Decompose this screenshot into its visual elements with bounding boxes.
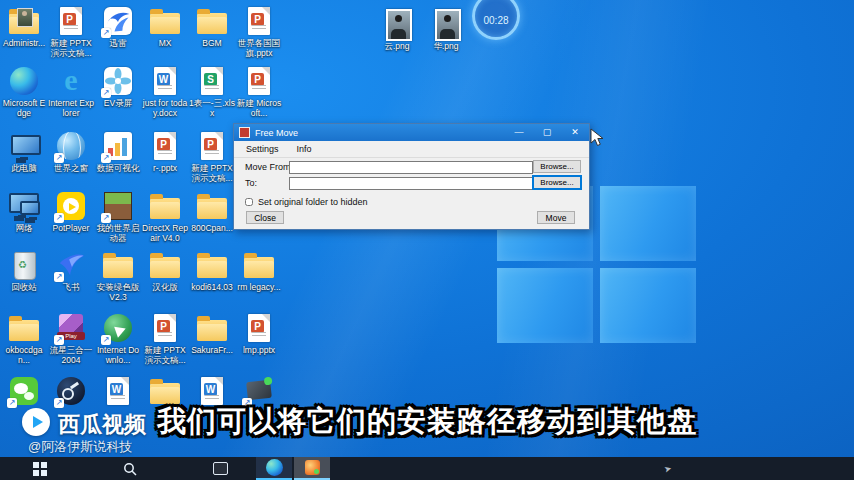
- edge-icon: [266, 459, 283, 476]
- desktop-icon-pptx[interactable]: Plmp.pptx: [236, 312, 282, 356]
- desktop-icon-ie[interactable]: eInternet Explorer: [48, 65, 94, 119]
- desktop-icon-ev[interactable]: ↗EV录屏: [95, 65, 141, 109]
- desktop-icon-game-cube[interactable]: ↗流星三合一2004: [48, 312, 94, 366]
- desktop-icon-label: 800Cpan...: [189, 224, 235, 234]
- desktop-icon-label: okbocdgan...: [1, 346, 47, 366]
- desktop-icon-docx[interactable]: Wjust for today.docx: [142, 65, 188, 119]
- start-button[interactable]: [24, 457, 56, 480]
- globe-icon: ↗: [55, 130, 87, 162]
- desktop-icon-folder[interactable]: DirectX Repair V4.0: [142, 190, 188, 244]
- desktop-icon-label: PotPlayer: [48, 224, 94, 234]
- desktop-icon-label: 此电脑: [1, 164, 47, 174]
- desktop-icon-pptx[interactable]: Pr-.pptx: [142, 130, 188, 174]
- pptx-icon: P: [149, 130, 181, 162]
- desktop-icon-folder[interactable]: 安装绿色版 V2.3: [95, 249, 141, 303]
- desktop-icon-folder[interactable]: okbocdgan...: [1, 312, 47, 366]
- shortcut-arrow-icon: ↗: [54, 213, 64, 223]
- hidden-folder-checkbox[interactable]: [245, 198, 253, 206]
- desktop-icon-pptx[interactable]: P新建 PPTX 演示文稿...: [48, 5, 94, 59]
- desktop-icon-network[interactable]: 网络: [1, 190, 47, 234]
- desktop-icon-image[interactable]: 华.png: [423, 8, 469, 52]
- desktop-icon-idm[interactable]: ↗Internet Downlo...: [95, 312, 141, 366]
- desktop-icon-globe[interactable]: ↗世界之窗: [48, 130, 94, 174]
- menu-info[interactable]: Info: [297, 144, 312, 154]
- desktop-icon-label: 华.png: [423, 42, 469, 52]
- image-icon: [430, 8, 462, 40]
- chart-box-icon: ↗: [102, 130, 134, 162]
- taskbar-active-app-button[interactable]: [294, 457, 330, 480]
- xigua-video-logo-icon: [22, 408, 50, 436]
- folder-icon: [196, 190, 228, 222]
- move-from-browse-button[interactable]: Browse...: [533, 160, 581, 173]
- desktop-icon-folder[interactable]: SakuraFr...: [189, 312, 235, 356]
- menu-settings[interactable]: Settings: [246, 144, 279, 154]
- desktop-icon-folder[interactable]: 800Cpan...: [189, 190, 235, 234]
- desktop-icon-label: Microsoft Edge: [1, 99, 47, 119]
- to-browse-button[interactable]: Browse...: [533, 176, 581, 189]
- desktop-icon-folder[interactable]: BGM: [189, 5, 235, 49]
- hidden-icons-chevron[interactable]: ➤: [663, 463, 673, 475]
- desktop-icon-user-folder[interactable]: Administr...: [1, 5, 47, 49]
- desktop-icon-label: just for today.docx: [142, 99, 188, 119]
- desktop-icon-pptx[interactable]: P世界各国国旗.pptx: [236, 5, 282, 59]
- window-title: Free Move: [255, 128, 298, 138]
- close-button[interactable]: Close: [246, 211, 284, 224]
- shortcut-arrow-icon: ↗: [54, 153, 64, 163]
- move-from-label: Move From:: [245, 162, 293, 172]
- desktop-icon-pptx[interactable]: P新建 Microsoft...: [236, 65, 282, 119]
- taskbar-search-button[interactable]: [114, 457, 146, 480]
- folder-icon: [196, 249, 228, 281]
- desktop-icon-pptx[interactable]: P新建 PPTX 演示文稿...: [142, 312, 188, 366]
- desktop-icon-label: MX: [142, 39, 188, 49]
- menu-bar: Settings Info: [234, 141, 589, 158]
- free-move-window: Free Move Settings Info Move From: Brows…: [233, 123, 590, 230]
- image-icon: [381, 8, 413, 40]
- desktop-icon-potplayer[interactable]: ↗PotPlayer: [48, 190, 94, 234]
- minimize-button[interactable]: [505, 124, 533, 141]
- desktop-icon-label: 安装绿色版 V2.3: [95, 283, 141, 303]
- desktop-icon-label: 新建 PPTX 演示文稿...: [48, 39, 94, 59]
- desktop-icon-label: 1表一-三.xlsx: [189, 99, 235, 119]
- windows-start-icon: [33, 462, 47, 476]
- desktop-icon-folder[interactable]: kodi614.03: [189, 249, 235, 293]
- desktop-icon-pptx[interactable]: P新建 PPTX 演示文稿...: [189, 130, 235, 184]
- desktop-icon-label: Administr...: [1, 39, 47, 49]
- close-icon[interactable]: [561, 124, 589, 141]
- active-app-icon: [305, 460, 320, 475]
- desktop-icon-folder[interactable]: rm legacy...: [236, 249, 282, 293]
- maximize-button[interactable]: [533, 124, 561, 141]
- pptx-icon: P: [243, 312, 275, 344]
- desktop-icon-label: DirectX Repair V4.0: [142, 224, 188, 244]
- desktop-icon-folder[interactable]: MX: [142, 5, 188, 49]
- desktop-icon-xlsx[interactable]: S1表一-三.xlsx: [189, 65, 235, 119]
- windows-logo-pane: [497, 268, 593, 343]
- desktop-icon-edge[interactable]: Microsoft Edge: [1, 65, 47, 119]
- desktop-icon-minecraft[interactable]: ↗我的世界启动器: [95, 190, 141, 244]
- desktop-icon-chart-box[interactable]: ↗数据可视化: [95, 130, 141, 174]
- mouse-cursor: [590, 128, 606, 148]
- desktop-icon-folder[interactable]: 汉化版: [142, 249, 188, 293]
- search-icon: [123, 462, 137, 476]
- move-button[interactable]: Move: [537, 211, 575, 224]
- desktop-icon-this-pc[interactable]: 此电脑: [1, 130, 47, 174]
- desktop-icon-label: 我的世界启动器: [95, 224, 141, 244]
- desktop-icon-image[interactable]: 云.png: [374, 8, 420, 52]
- to-label: To:: [245, 178, 257, 188]
- taskbar-edge-button[interactable]: [256, 457, 292, 480]
- desktop-icon-label: 飞书: [48, 283, 94, 293]
- docx-icon: W: [149, 65, 181, 97]
- taskbar: [0, 457, 854, 480]
- task-view-button[interactable]: [204, 457, 236, 480]
- desktop-icon-label: 流星三合一2004: [48, 346, 94, 366]
- desktop-icon-label: 新建 Microsoft...: [236, 99, 282, 119]
- desktop-icon-thunder[interactable]: ↗迅雷: [95, 5, 141, 49]
- move-from-input[interactable]: [289, 161, 533, 174]
- to-input[interactable]: [289, 177, 533, 190]
- pptx-icon: P: [243, 65, 275, 97]
- folder-icon: [149, 5, 181, 37]
- hidden-folder-checkbox-label[interactable]: Set original folder to hidden: [258, 197, 368, 207]
- window-titlebar[interactable]: Free Move: [234, 124, 589, 141]
- desktop-icon-feishu[interactable]: ↗飞书: [48, 249, 94, 293]
- desktop-icon-recycle[interactable]: 回收站: [1, 249, 47, 293]
- game-cube-icon: ↗: [55, 312, 87, 344]
